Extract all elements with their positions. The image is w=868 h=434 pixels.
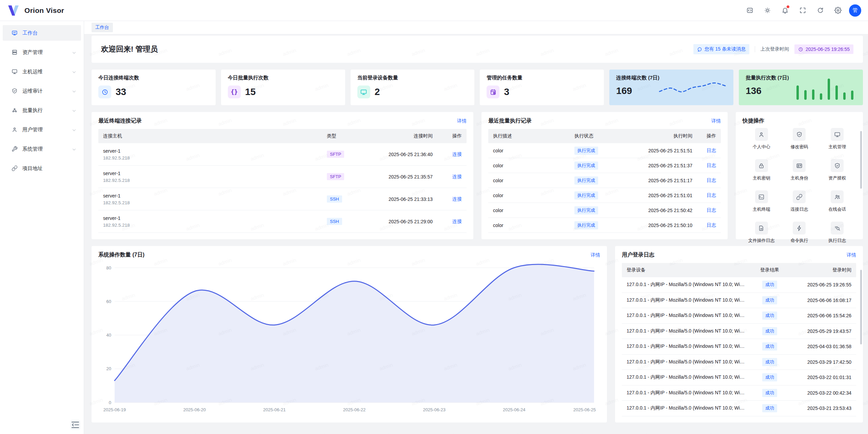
- sidebar-item-0[interactable]: 工作台: [3, 25, 81, 41]
- monitor-icon: [360, 89, 367, 96]
- sidebar-item-1[interactable]: 资产管理: [3, 44, 81, 60]
- quick-action-5[interactable]: 资产授权: [818, 159, 856, 181]
- notification-button[interactable]: [778, 4, 791, 17]
- card-title: 最近批量执行记录: [488, 117, 532, 125]
- table-row: 127.0.0.1 - 内网IP - Mozilla/5.0 (Windows …: [622, 277, 856, 293]
- connect-link[interactable]: 连接: [452, 151, 462, 157]
- connect-link[interactable]: 连接: [452, 219, 462, 224]
- table-row: color 执行完成 2025-06-25 21:51:01 日志: [488, 188, 721, 203]
- divider: [755, 46, 755, 52]
- idcard-icon: [796, 163, 803, 169]
- action-cell: 日志: [697, 192, 721, 199]
- log-link[interactable]: 日志: [707, 207, 716, 213]
- main-area: 工作台 欢迎回来! 管理员 您有 15 条未读消息 上次登录时间 2025-06…: [84, 21, 868, 434]
- status-cell: 执行完成: [570, 162, 620, 170]
- type-cell: SSH: [322, 195, 359, 203]
- quick-action-4[interactable]: 主机身份: [781, 159, 818, 181]
- code-icon: [746, 7, 753, 14]
- log-link[interactable]: 日志: [707, 177, 716, 183]
- log-link[interactable]: 日志: [707, 222, 716, 228]
- host-cell: server-1182.92.5.218: [98, 171, 322, 183]
- top-bar: Orion Visor 管: [0, 0, 868, 21]
- table-row: 127.0.0.1 - 内网IP - Mozilla/5.0 (Windows …: [622, 370, 856, 385]
- connect-link[interactable]: 连接: [452, 174, 462, 179]
- table-row: color 执行完成 2025-06-25 21:50:42 日志: [488, 203, 721, 218]
- col-header: 执行时间: [620, 133, 697, 139]
- quick-action-1[interactable]: 修改密码: [781, 128, 818, 150]
- time-cell: 2025-04-03 01:36:58: [790, 344, 856, 349]
- refresh-icon: [817, 7, 824, 14]
- svg-text:2025-06-25: 2025-06-25: [573, 407, 596, 412]
- fullscreen-button[interactable]: [796, 4, 809, 17]
- server-icon: [12, 49, 18, 55]
- quick-action-label: 资产授权: [828, 175, 846, 181]
- recent-terminal-connections-card: 最近终端连接记录 详情 连接主机类型连接时间操作 server-1182.92.…: [92, 112, 473, 239]
- sidebar-collapse-button[interactable]: [70, 420, 80, 430]
- action-cell: 日志: [697, 148, 721, 154]
- login-detail-link[interactable]: 详情: [847, 252, 856, 258]
- result-cell: 成功: [750, 404, 790, 412]
- status-cell: 执行完成: [570, 176, 620, 185]
- quick-action-label: 命令执行: [790, 238, 808, 244]
- sidebar-item-3[interactable]: 运维审计: [3, 83, 81, 99]
- result-badge: 成功: [762, 373, 777, 381]
- quick-action-10[interactable]: 命令执行: [781, 222, 818, 244]
- action-cell: 日志: [697, 222, 721, 228]
- user-icon: [758, 131, 765, 138]
- sidebar-item-7[interactable]: 项目地址: [3, 161, 81, 176]
- code-button[interactable]: [743, 4, 756, 17]
- log-link[interactable]: 日志: [707, 163, 716, 168]
- table-row: server-1182.92.5.218 SFTP 2025-06-25 21:…: [98, 166, 467, 188]
- device-cell: 127.0.0.1 - 内网IP - Mozilla/5.0 (Windows …: [622, 405, 750, 411]
- refresh-button[interactable]: [814, 4, 827, 17]
- quick-action-label: 在线会话: [828, 206, 846, 212]
- quick-action-3[interactable]: 主机密钥: [743, 159, 781, 181]
- sidebar-item-4[interactable]: 批量执行: [3, 102, 81, 118]
- sidebar-item-label: 用户管理: [22, 127, 43, 133]
- exec-detail-link[interactable]: 详情: [711, 118, 721, 124]
- bolt-icon: [796, 225, 803, 231]
- scrollbar[interactable]: [860, 270, 862, 344]
- log-link[interactable]: 日志: [707, 148, 716, 153]
- avatar[interactable]: 管: [849, 4, 861, 17]
- sidebar-item-label: 工作台: [22, 30, 38, 36]
- col-header: 连接时间: [359, 133, 437, 139]
- type-badge: SSH: [327, 218, 342, 225]
- search-log-icon: [834, 225, 841, 231]
- time-cell: 2025-06-25 21:51:51: [620, 148, 697, 153]
- svg-text:2025-06-24: 2025-06-24: [503, 407, 526, 412]
- quick-action-2[interactable]: 主机管理: [818, 128, 856, 150]
- time-cell: 2025-06-25 21:50:42: [620, 208, 697, 213]
- table-row: 127.0.0.1 - 内网IP - Mozilla/5.0 (Windows …: [622, 293, 856, 308]
- sidebar-item-5[interactable]: 用户管理: [3, 122, 81, 137]
- desc-cell: color: [488, 163, 570, 168]
- col-header: 执行状态: [570, 133, 620, 139]
- sidebar-item-6[interactable]: 系统管理: [3, 141, 81, 157]
- quick-action-8[interactable]: 在线会话: [818, 190, 856, 212]
- quick-action-label: 主机终端: [753, 206, 770, 212]
- quick-action-7[interactable]: 连接日志: [781, 190, 818, 212]
- connect-link[interactable]: 连接: [452, 196, 462, 202]
- stat-card-3: 管理的任务数量 3: [480, 70, 604, 105]
- quick-action-11[interactable]: 执行日志: [818, 222, 856, 244]
- theme-button[interactable]: [761, 4, 774, 17]
- status-badge: 执行完成: [574, 147, 598, 155]
- quick-action-6[interactable]: 主机终端: [743, 190, 781, 212]
- terminal-detail-link[interactable]: 详情: [457, 118, 467, 124]
- device-cell: 127.0.0.1 - 内网IP - Mozilla/5.0 (Windows …: [622, 282, 750, 288]
- log-link[interactable]: 日志: [707, 192, 716, 198]
- settings-button[interactable]: [831, 4, 844, 17]
- chart-detail-link[interactable]: 详情: [591, 252, 600, 258]
- unread-messages-badge[interactable]: 您有 15 条未读消息: [693, 44, 749, 54]
- result-cell: 成功: [750, 327, 790, 335]
- status-cell: 执行完成: [570, 147, 620, 155]
- terminal-connections-sparkline: [657, 77, 728, 101]
- result-cell: 成功: [750, 389, 790, 397]
- quick-action-0[interactable]: 个人中心: [743, 128, 781, 150]
- sidebar-item-label: 批量执行: [22, 107, 43, 114]
- scrollbar[interactable]: [860, 131, 862, 189]
- breadcrumb-item-workbench[interactable]: 工作台: [92, 23, 113, 32]
- sidebar-item-2[interactable]: 主机运维: [3, 64, 81, 79]
- stat-label: 管理的任务数量: [487, 75, 597, 81]
- quick-action-9[interactable]: 文件操作日志: [743, 222, 781, 244]
